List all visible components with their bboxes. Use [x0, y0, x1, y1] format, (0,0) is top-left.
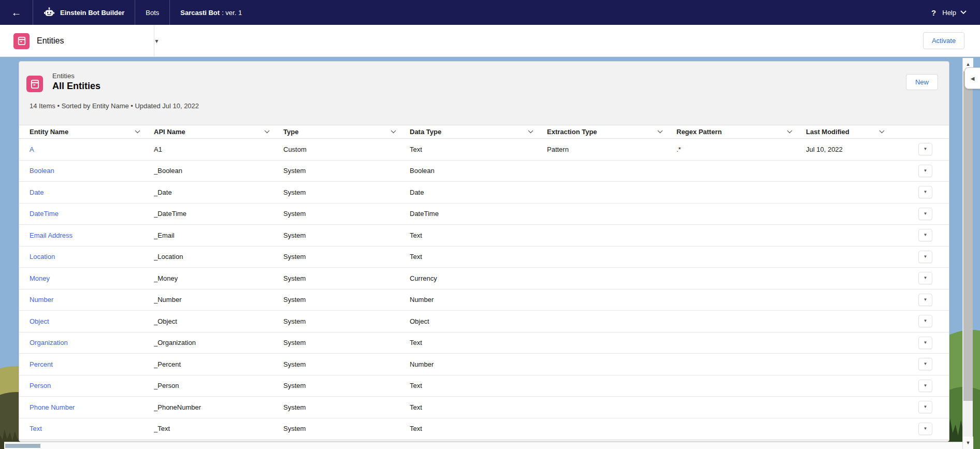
row-actions-button[interactable]: ▼ — [918, 315, 932, 327]
cell-data-type: Text — [410, 382, 422, 389]
entity-name-link[interactable]: Location — [30, 253, 55, 260]
column-header-api-name[interactable]: API Name — [154, 128, 283, 136]
help-menu[interactable]: ? Help — [918, 0, 980, 25]
table-row: Organization _Organization System Text ▼ — [19, 332, 949, 354]
chevron-left-icon: ◀ — [971, 76, 975, 81]
table-row: Person _Person System Text ▼ — [19, 375, 949, 397]
horizontal-scrollbar[interactable] — [4, 442, 962, 449]
cell-type: System — [283, 339, 306, 346]
cell-api-name: A1 — [154, 146, 162, 153]
column-menu-icon[interactable] — [264, 130, 270, 134]
cell-api-name: _Location — [154, 253, 183, 260]
cell-data-type: Number — [410, 296, 434, 303]
object-name-label: Entities — [37, 36, 64, 46]
page-title: All Entities — [52, 81, 100, 92]
tab-current-bot[interactable]: Sarcasti Bot : ver. 1 — [170, 0, 252, 25]
column-menu-icon[interactable] — [528, 130, 534, 134]
workspace-background: Entities All Entities New 14 Items • Sor… — [0, 57, 980, 449]
cell-api-name: _Email — [154, 231, 175, 239]
cell-type: System — [283, 231, 306, 239]
row-actions-button[interactable]: ▼ — [918, 294, 932, 306]
cell-data-type: Text — [410, 339, 422, 346]
row-actions-button[interactable]: ▼ — [918, 208, 932, 220]
chevron-down-icon — [960, 10, 967, 15]
row-actions-button[interactable]: ▼ — [918, 143, 932, 155]
table-row: Email Address _Email System Text ▼ — [19, 225, 949, 247]
row-actions-button[interactable]: ▼ — [918, 337, 932, 349]
row-actions-button[interactable]: ▼ — [918, 401, 932, 413]
cell-type: System — [283, 210, 306, 218]
back-button[interactable]: ← — [0, 0, 33, 25]
row-actions-button[interactable]: ▼ — [918, 165, 932, 177]
cell-api-name: _Number — [154, 296, 181, 303]
back-arrow-icon: ← — [11, 7, 22, 19]
object-bar: Entities ▼ Activate — [0, 25, 980, 57]
column-header-extraction-type[interactable]: Extraction Type — [547, 128, 676, 136]
entity-name-link[interactable]: Money — [30, 274, 50, 282]
entity-name-link[interactable]: Text — [30, 425, 42, 432]
cell-data-type: Text — [410, 403, 422, 411]
table-row: Boolean _Boolean System Boolean ▼ — [19, 161, 949, 182]
vertical-scrollbar[interactable]: ▲ ▼ — [962, 58, 973, 449]
entity-name-link[interactable]: Date — [30, 189, 44, 196]
table-row: Money _Money System Currency ▼ — [19, 268, 949, 289]
entity-name-link[interactable]: Boolean — [30, 167, 54, 175]
table-row: Object _Object System Object ▼ — [19, 311, 949, 332]
row-actions-button[interactable]: ▼ — [918, 272, 932, 284]
help-icon: ? — [931, 8, 936, 17]
column-menu-icon[interactable] — [391, 130, 396, 134]
row-actions-button[interactable]: ▼ — [918, 186, 932, 198]
column-menu-icon[interactable] — [879, 130, 885, 134]
entity-name-link[interactable]: Organization — [30, 339, 68, 346]
cell-type: System — [283, 403, 306, 411]
entity-name-link[interactable]: Email Address — [30, 231, 73, 239]
column-header-data-type[interactable]: Data Type — [410, 128, 547, 136]
column-menu-icon[interactable] — [657, 130, 663, 134]
entity-name-link[interactable]: Percent — [30, 360, 53, 368]
column-menu-icon[interactable] — [787, 130, 792, 134]
column-header-last-modified[interactable]: Last Modified — [806, 128, 898, 136]
entity-name-link[interactable]: Person — [30, 382, 51, 389]
cell-api-name: _Organization — [154, 339, 196, 346]
row-actions-button[interactable]: ▼ — [918, 251, 932, 263]
bot-name: Sarcasti Bot — [180, 9, 220, 17]
bot-version: : ver. 1 — [222, 9, 242, 17]
new-button[interactable]: New — [906, 74, 938, 90]
help-label: Help — [942, 9, 956, 17]
entity-name-link[interactable]: Object — [30, 317, 49, 325]
object-switcher[interactable]: Entities ▼ — [13, 25, 159, 57]
entity-name-link[interactable]: Number — [30, 296, 53, 303]
cell-regex-pattern: .* — [676, 146, 681, 153]
cell-type: System — [283, 317, 306, 325]
row-actions-button[interactable]: ▼ — [918, 358, 932, 370]
table-header-row: Entity Name API Name Type Data Type — [19, 125, 949, 139]
entity-name-link[interactable]: Phone Number — [30, 403, 75, 411]
cell-api-name: _Text — [154, 425, 170, 432]
column-menu-icon[interactable] — [135, 130, 140, 134]
entity-name-link[interactable]: DateTime — [30, 210, 59, 218]
table-row: Location _Location System Text ▼ — [19, 247, 949, 268]
column-header-entity-name[interactable]: Entity Name — [30, 128, 154, 136]
row-actions-button[interactable]: ▼ — [918, 423, 932, 435]
object-switcher-caret-icon[interactable]: ▼ — [154, 38, 159, 44]
column-header-regex-pattern[interactable]: Regex Pattern — [676, 128, 806, 136]
scroll-down-button[interactable]: ▼ — [963, 437, 973, 449]
table-row: Date _Date System Date ▼ — [19, 182, 949, 204]
cell-api-name: _Boolean — [154, 167, 182, 175]
horizontal-scrollbar-thumb[interactable] — [5, 444, 40, 448]
cell-type: Custom — [283, 146, 307, 153]
column-header-type[interactable]: Type — [283, 128, 410, 136]
cell-data-type: Object — [410, 317, 429, 325]
list-view-header: Entities All Entities New — [19, 62, 949, 98]
tab-bots[interactable]: Bots — [135, 0, 170, 25]
row-actions-button[interactable]: ▼ — [918, 380, 932, 392]
cell-type: System — [283, 253, 306, 260]
row-actions-button[interactable]: ▼ — [918, 229, 932, 241]
cell-api-name: _Person — [154, 382, 179, 389]
entities-icon — [26, 76, 43, 92]
activate-button[interactable]: Activate — [923, 32, 964, 49]
vertical-scrollbar-thumb[interactable] — [963, 71, 973, 401]
cell-type: System — [283, 274, 306, 282]
entity-name-link[interactable]: A — [30, 146, 34, 153]
open-panel-handle[interactable]: ◀ — [964, 67, 980, 89]
